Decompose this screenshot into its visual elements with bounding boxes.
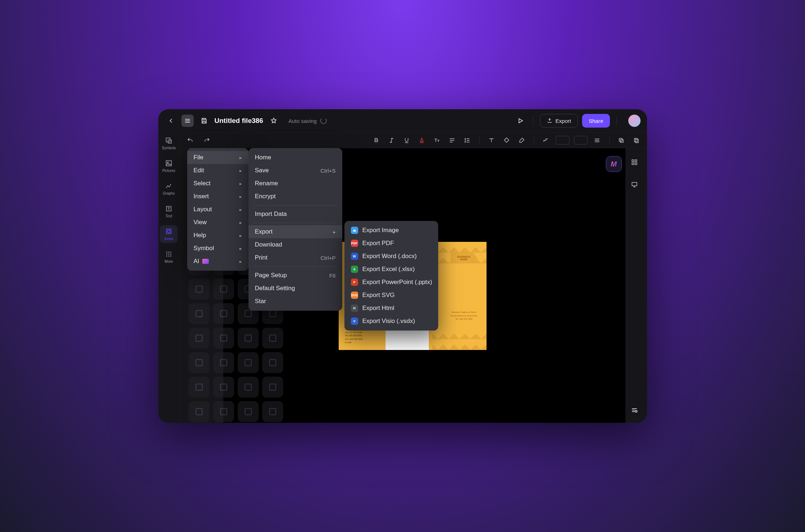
icon-library-item[interactable] (238, 401, 259, 422)
svg-rect-54 (245, 359, 251, 366)
export-menu-visio[interactable]: VExport Visio (.vsdx) (344, 315, 438, 328)
hamburger-menu-button[interactable] (181, 115, 194, 127)
brush-button[interactable] (516, 135, 527, 146)
left-toolrail: SymbolsPicturesGraphsTextIconsMore (158, 132, 180, 423)
connector-button[interactable] (541, 135, 551, 146)
present-icon[interactable] (628, 178, 641, 191)
file-menu-import-data[interactable]: Import Data (248, 208, 342, 221)
icon-library-item[interactable] (189, 279, 210, 300)
icon-library-item[interactable] (238, 352, 259, 373)
back-button[interactable] (165, 115, 177, 127)
file-menu-download[interactable]: Download (248, 238, 342, 251)
play-button[interactable] (514, 115, 527, 127)
icon-library-item[interactable] (262, 401, 283, 422)
file-menu-page-setup[interactable]: Page SetupF6 (248, 269, 342, 282)
export-menu-xlsx[interactable]: XExport Excel (.xlsx) (344, 263, 438, 276)
sidebar-tool-more[interactable]: More (160, 248, 178, 266)
svg-point-16 (170, 254, 171, 255)
menu-item-layout[interactable]: Layout▸ (187, 203, 248, 216)
file-menu-export[interactable]: Export▸ (248, 225, 342, 238)
svg-point-18 (168, 256, 170, 257)
svg-rect-49 (220, 335, 227, 341)
redo-button[interactable] (202, 135, 212, 146)
menu-item-help[interactable]: Help▸ (187, 229, 248, 242)
sidebar-tool-text[interactable]: Text (160, 203, 178, 220)
menu-item-file[interactable]: File▸ (187, 151, 248, 164)
file-menu-star[interactable]: Star (248, 295, 342, 308)
icon-library-item[interactable] (189, 352, 210, 373)
svg-point-10 (167, 230, 170, 232)
svg-point-12 (168, 252, 170, 253)
sidebar-tool-graphs[interactable]: Graphs (160, 180, 178, 198)
copy-button[interactable] (631, 135, 642, 146)
list-settings-icon[interactable] (628, 404, 641, 416)
sidebar-tool-pictures[interactable]: Pictures (160, 157, 178, 175)
export-submenu: ⛰Export ImagePDFExport PDFWExport Word (… (344, 221, 438, 331)
icon-library-item[interactable] (213, 377, 234, 398)
icon-library-item[interactable] (213, 303, 234, 324)
sidebar-tool-symbols[interactable]: Symbols (160, 134, 178, 152)
file-menu-rename[interactable]: Rename (248, 177, 342, 190)
file-menu-print[interactable]: PrintCtrl+P (248, 251, 342, 264)
ai-assistant-badge[interactable]: M (606, 156, 622, 172)
avatar[interactable] (628, 115, 641, 127)
icon-library-item[interactable] (189, 328, 210, 349)
fill-button[interactable] (501, 135, 512, 146)
undo-button[interactable] (185, 135, 196, 146)
export-menu-pptx[interactable]: PExport PowerPoint (.pptx) (344, 276, 438, 289)
svg-rect-68 (632, 182, 637, 186)
svg-rect-53 (220, 359, 227, 366)
menu-item-symbol[interactable]: Symbol▸ (187, 242, 248, 255)
svg-rect-48 (196, 335, 202, 341)
icon-library-item[interactable] (262, 328, 283, 349)
menu-item-ai[interactable]: AI▸ (187, 255, 248, 268)
file-menu-home[interactable]: Home (248, 151, 342, 164)
line-style-picker[interactable] (556, 136, 569, 145)
icon-library-item[interactable] (238, 377, 259, 398)
menu-item-select[interactable]: Select▸ (187, 177, 248, 190)
bold-button[interactable] (371, 135, 382, 146)
svg-point-17 (166, 256, 167, 257)
icon-library-item[interactable] (238, 328, 259, 349)
icon-library-item[interactable] (262, 377, 283, 398)
export-menu-pdf[interactable]: PDFExport PDF (344, 237, 438, 250)
menu-item-edit[interactable]: Edit▸ (187, 164, 248, 177)
export-menu-svg[interactable]: SVGExport SVG (344, 289, 438, 302)
underline-button[interactable] (401, 135, 412, 146)
italic-button[interactable] (386, 135, 397, 146)
icon-library-item[interactable] (262, 352, 283, 373)
icon-library-item[interactable] (213, 328, 234, 349)
file-menu-save[interactable]: SaveCtrl+S (248, 164, 342, 177)
line-spacing-button[interactable] (462, 135, 473, 146)
icon-library-item[interactable] (213, 279, 234, 300)
save-icon[interactable] (198, 115, 210, 127)
icon-library-item[interactable] (189, 377, 210, 398)
icon-library-item[interactable] (189, 303, 210, 324)
icon-library-item[interactable] (213, 401, 234, 422)
document-title[interactable]: Untitled file386 (215, 117, 263, 125)
apps-icon[interactable] (628, 156, 641, 168)
export-menu-word[interactable]: WExport Word (.docx) (344, 250, 438, 263)
export-menu-img[interactable]: ⛰Export Image (344, 224, 438, 237)
menu-item-view[interactable]: View▸ (187, 216, 248, 229)
icon-library-item[interactable] (189, 401, 210, 422)
share-button[interactable]: Share (582, 114, 610, 128)
line-stack-button[interactable] (592, 135, 603, 146)
star-button[interactable] (268, 115, 280, 127)
menu-item-insert[interactable]: Insert▸ (187, 190, 248, 203)
svg-rect-64 (632, 160, 634, 161)
text-transform-button[interactable] (432, 135, 443, 146)
file-menu-default-setting[interactable]: Default Setting (248, 282, 342, 295)
text-tool-button[interactable] (486, 135, 497, 146)
export-button[interactable]: Export (540, 114, 578, 128)
svg-rect-55 (269, 359, 276, 366)
file-menu-encrypt[interactable]: Encrypt (248, 190, 342, 203)
arrow-style-picker[interactable] (574, 136, 588, 145)
export-menu-html[interactable]: HExport Html (344, 302, 438, 315)
font-color-button[interactable] (417, 135, 427, 146)
align-button[interactable] (447, 135, 458, 146)
icon-library-item[interactable] (213, 352, 234, 373)
sidebar-tool-icons[interactable]: Icons (160, 225, 178, 243)
layer-button[interactable] (616, 135, 627, 146)
svg-rect-59 (269, 384, 276, 390)
